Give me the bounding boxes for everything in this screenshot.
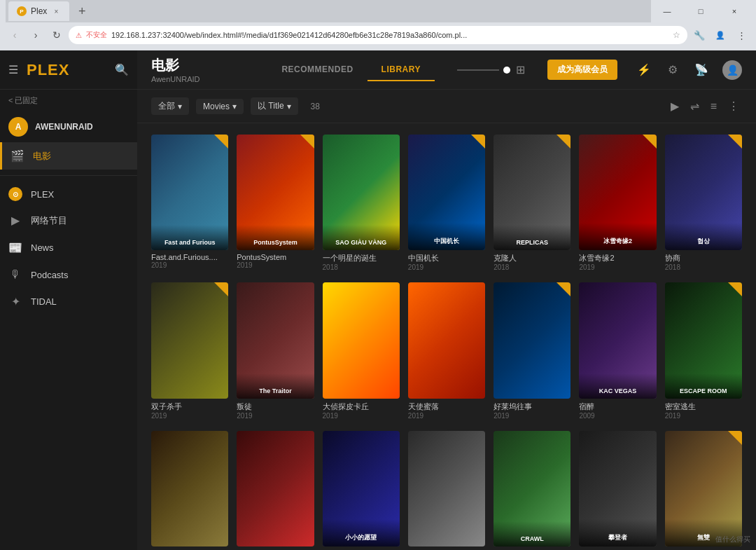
- search-icon[interactable]: 🔍: [115, 63, 129, 76]
- movie-title: 一个明星的诞生: [323, 253, 400, 263]
- browser-tab-plex[interactable]: P Plex ×: [8, 1, 69, 21]
- user-profile-icon[interactable]: 👤: [722, 60, 742, 80]
- library-title: 电影: [151, 56, 200, 75]
- sidebar-item-podcasts[interactable]: 🎙 Podcasts: [0, 261, 137, 288]
- movie-card[interactable]: KAC VEGAS宿醉2009: [579, 282, 656, 422]
- plex-logo: PLEX: [27, 61, 69, 79]
- extensions-button[interactable]: 🔧: [690, 26, 708, 44]
- movie-card[interactable]: Fast and FuriousFast.and.Furious....2019: [151, 135, 228, 274]
- menu-button[interactable]: ⋮: [732, 26, 750, 44]
- lightning-icon[interactable]: ⚡: [634, 60, 654, 79]
- movie-title: 协商: [665, 253, 742, 263]
- movie-card[interactable]: 中国机长中国机长2019: [408, 135, 485, 274]
- movie-card[interactable]: 天使蜜落2019: [408, 282, 485, 422]
- new-tab-button[interactable]: +: [72, 1, 92, 21]
- filter-all-button[interactable]: 全部 ▾: [151, 97, 189, 115]
- maximize-button[interactable]: □: [685, 0, 717, 22]
- size-slider[interactable]: [457, 67, 510, 74]
- minimize-button[interactable]: —: [651, 0, 683, 22]
- tab-library[interactable]: LIBRARY: [368, 59, 435, 81]
- sidebar-item-dianying[interactable]: 🎬 电影: [0, 142, 137, 170]
- movie-year: 2019: [665, 412, 742, 420]
- movie-title: 克隆人: [493, 253, 570, 263]
- movie-badge: [728, 135, 742, 149]
- address-bar[interactable]: ⚠ 不安全 192.168.1.237:32400/web/index.html…: [69, 26, 687, 44]
- movie-card[interactable]: ESCAPE ROOM密室逃生2019: [665, 282, 742, 422]
- movie-card[interactable]: 冰雪奇缘2冰雪奇缘22019: [579, 135, 656, 274]
- movie-card[interactable]: 攀登者攀登者2019: [579, 431, 656, 550]
- sidebar-item-tidal[interactable]: ✦ TIDAL: [0, 288, 137, 315]
- movie-card[interactable]: The Traitor叛徒2019: [237, 282, 314, 422]
- sidebar-header: ☰ PLEX 🔍: [0, 50, 137, 90]
- sidebar-item-news[interactable]: 📰 News: [0, 234, 137, 261]
- refresh-button[interactable]: ↻: [48, 26, 66, 44]
- movie-year: 2019: [323, 412, 400, 420]
- movie-title: PontusSystem: [237, 253, 314, 261]
- movie-card[interactable]: REPLICAS克隆人2018: [493, 135, 570, 274]
- sidebar-user[interactable]: A AWENUNRAID: [0, 111, 137, 142]
- movie-card[interactable]: PontusSystemPontusSystem2019: [237, 135, 314, 274]
- movie-card[interactable]: 小飞象2019: [408, 431, 485, 550]
- movie-card[interactable]: 無雙无双2018: [665, 431, 742, 550]
- podcasts-label: Podcasts: [31, 270, 68, 280]
- movie-title: Fast.and.Furious....: [151, 253, 228, 261]
- movie-title: 天使蜜落: [408, 401, 485, 412]
- sidebar-item-plex[interactable]: ⊙ PLEX: [0, 181, 137, 207]
- movie-card[interactable]: 大侦探皮卡丘2019: [323, 282, 400, 422]
- more-options-icon[interactable]: ⋮: [725, 97, 742, 116]
- sidebar-divider: [0, 175, 137, 176]
- movie-year: 2019: [237, 412, 314, 420]
- tab-recommended[interactable]: RECOMMENDED: [267, 59, 367, 81]
- bookmark-icon[interactable]: ☆: [673, 30, 680, 40]
- hamburger-icon[interactable]: ☰: [8, 63, 18, 76]
- settings-icon[interactable]: ⚙: [665, 60, 680, 79]
- cast-icon[interactable]: 📡: [692, 60, 711, 79]
- premium-button[interactable]: 成为高级会员: [547, 60, 617, 80]
- filter-movies-button[interactable]: Movies ▾: [196, 99, 244, 114]
- toolbar-right-controls: ▶ ⇌ ≡ ⋮: [668, 97, 742, 116]
- app-container: ☰ PLEX 🔍 < 已固定 A AWENUNRAID 🎬 电影 ⊙ PLEX …: [0, 50, 756, 550]
- main-header: 电影 AwenUNRAID RECOMMENDED LIBRARY ⊞ 成为高级…: [137, 50, 756, 90]
- movie-card[interactable]: 小偷家族2018: [237, 431, 314, 550]
- grid-view-icon[interactable]: ⊞: [516, 63, 525, 76]
- movie-year: 2018: [665, 263, 742, 271]
- pinned-label: < 已固定: [8, 95, 38, 106]
- movies-grid: Fast and FuriousFast.and.Furious....2019…: [151, 135, 742, 550]
- play-all-icon[interactable]: ▶: [668, 97, 682, 116]
- watermark: 值什么得买: [715, 535, 750, 544]
- main-content: 电影 AwenUNRAID RECOMMENDED LIBRARY ⊞ 成为高级…: [137, 50, 756, 550]
- filter-options-icon[interactable]: ≡: [708, 97, 720, 116]
- header-tabs: RECOMMENDED LIBRARY: [267, 59, 435, 81]
- movie-card[interactable]: 협상协商2018: [665, 135, 742, 274]
- movie-title: 宿醉: [579, 401, 656, 412]
- movie-card[interactable]: 小丑2019: [151, 431, 228, 550]
- movie-year: 2019: [408, 412, 485, 420]
- pinned-section[interactable]: < 已固定: [0, 90, 137, 111]
- sidebar-item-network[interactable]: ▶ 网络节目: [0, 207, 137, 234]
- profile-button[interactable]: 👤: [711, 26, 729, 44]
- tidal-label: TIDAL: [31, 296, 57, 307]
- movie-card[interactable]: 双子杀手2019: [151, 282, 228, 422]
- movie-badge: [214, 135, 228, 149]
- movie-card[interactable]: CRAWL巨鳄风暴2019: [493, 431, 570, 550]
- movie-title: 冰雪奇缘2: [579, 253, 656, 263]
- plex-section-label: PLEX: [31, 189, 54, 200]
- shuffle-icon[interactable]: ⇌: [687, 97, 702, 116]
- browser-titlebar: P Plex × + — □ ×: [0, 0, 756, 22]
- user-name: AWENUNRAID: [35, 122, 93, 132]
- close-button[interactable]: ×: [718, 0, 750, 22]
- lock-label: 不安全: [86, 30, 107, 40]
- back-button[interactable]: ‹: [6, 26, 24, 44]
- movie-year: 2019: [151, 261, 228, 269]
- movie-card[interactable]: SAO GIÀU VÀNG一个明星的诞生2018: [323, 135, 400, 274]
- filter-sort-button[interactable]: 以 Title ▾: [251, 97, 298, 115]
- forward-button[interactable]: ›: [27, 26, 45, 44]
- plex-section-icon: ⊙: [8, 187, 22, 201]
- movie-badge: [556, 135, 570, 149]
- movie-title: 好莱坞往事: [493, 401, 570, 412]
- movie-title: 叛徒: [237, 401, 314, 412]
- tab-close-button[interactable]: ×: [51, 6, 61, 16]
- news-label: News: [31, 242, 54, 253]
- movie-card[interactable]: 好莱坞往事2019: [493, 282, 570, 422]
- movie-card[interactable]: 小小的愿望小小的愿望2019: [323, 431, 400, 550]
